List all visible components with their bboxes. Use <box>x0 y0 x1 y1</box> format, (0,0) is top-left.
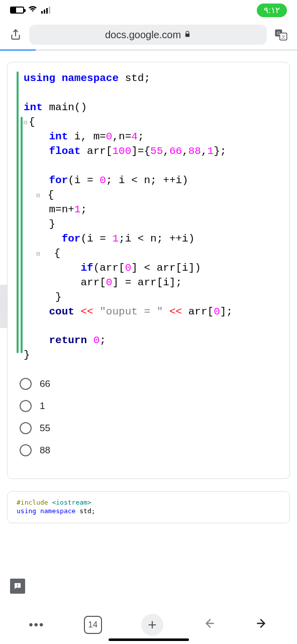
share-icon[interactable] <box>9 28 22 41</box>
url-text: docs.google.com <box>105 29 181 41</box>
home-indicator <box>109 638 189 641</box>
option-label: 88 <box>40 445 50 456</box>
option-label: 1 <box>40 400 45 412</box>
new-tab-button[interactable]: + <box>141 614 163 636</box>
forward-icon[interactable] <box>255 617 268 633</box>
cellular-signal-icon <box>41 7 50 14</box>
option-label: 55 <box>40 423 50 434</box>
answer-options: 66 1 55 88 <box>20 378 280 456</box>
status-indicators-left <box>10 6 50 15</box>
option-55[interactable]: 55 <box>20 422 280 434</box>
time-pill: ۹:۱۲ <box>257 4 287 17</box>
option-1[interactable]: 1 <box>20 400 280 412</box>
url-field[interactable]: docs.google.com <box>29 25 267 45</box>
radio-icon <box>20 378 32 390</box>
page-content: using namespace std; int main() ⊟{ int i… <box>0 51 297 606</box>
question-card: using namespace std; int main() ⊟{ int i… <box>7 62 290 479</box>
option-label: 66 <box>40 378 50 389</box>
svg-text:文: 文 <box>281 35 285 39</box>
svg-text:G: G <box>277 31 280 36</box>
translate-icon[interactable]: G文 <box>274 28 288 42</box>
radio-icon <box>20 444 32 456</box>
radio-icon <box>20 422 32 434</box>
battery-icon <box>10 7 24 14</box>
back-icon[interactable] <box>203 617 216 633</box>
report-problem-button[interactable] <box>10 579 25 594</box>
code-block: using namespace std; int main() ⊟{ int i… <box>17 71 280 363</box>
radio-icon <box>20 400 32 412</box>
option-66[interactable]: 66 <box>20 378 280 390</box>
wifi-icon <box>28 6 37 15</box>
lock-icon <box>184 31 191 39</box>
status-bar: ۹:۱۲ <box>0 0 297 20</box>
option-88[interactable]: 88 <box>20 444 280 456</box>
menu-icon[interactable]: ••• <box>29 618 44 632</box>
next-question-peek: #include <iostream>using namespace std; <box>7 491 290 523</box>
browser-toolbar: docs.google.com G文 <box>0 20 297 49</box>
tabs-button[interactable]: 14 <box>84 616 102 634</box>
